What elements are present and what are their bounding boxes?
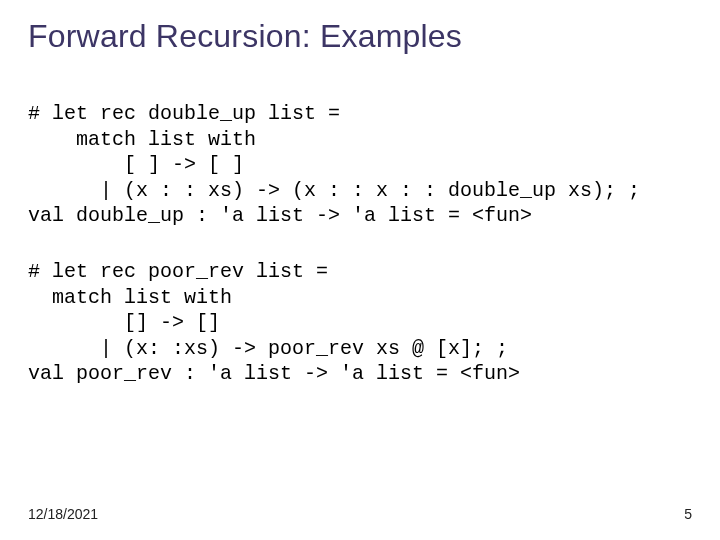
footer-page-number: 5 bbox=[684, 506, 692, 522]
code-block-poor-rev: # let rec poor_rev list = match list wit… bbox=[28, 259, 692, 387]
footer: 12/18/2021 5 bbox=[28, 506, 692, 522]
slide-title: Forward Recursion: Examples bbox=[28, 18, 692, 55]
code-block-double-up: # let rec double_up list = match list wi… bbox=[28, 101, 692, 229]
footer-date: 12/18/2021 bbox=[28, 506, 98, 522]
slide: Forward Recursion: Examples # let rec do… bbox=[0, 0, 720, 540]
